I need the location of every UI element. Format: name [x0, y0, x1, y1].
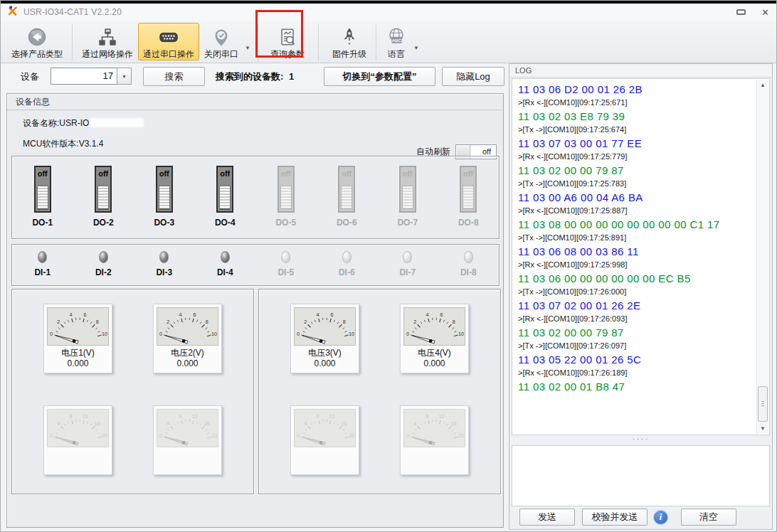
scroll-up-arrow[interactable]: ▲ [757, 80, 768, 90]
toolbar-button-serial-mode[interactable]: 通过串口操作 [138, 23, 199, 60]
do-switch[interactable]: off [95, 166, 112, 213]
svg-text:6: 6 [440, 312, 443, 318]
language-dropdown-arrow[interactable]: ▼ [413, 45, 419, 51]
disabled-gauge: 048121620 [153, 405, 222, 475]
svg-text:0: 0 [406, 432, 409, 438]
do-switch-handle[interactable] [37, 186, 48, 209]
search-button[interactable]: 搜索 [143, 67, 205, 86]
log-panel: LOG 11 03 06 D2 00 01 26 2B>[Rx <-][COM1… [509, 63, 773, 530]
found-devices-label: 搜索到的设备数: [216, 71, 283, 82]
di-channel: DI-2 [73, 245, 134, 285]
send-input[interactable] [512, 445, 770, 506]
mcu-version-text: MCU软件版本:V3.1.4 [23, 138, 103, 150]
toolbar-button-select-product[interactable]: 选择产品类型 [6, 23, 68, 60]
verify-send-button[interactable]: 校验并发送 [582, 509, 648, 526]
di-led-icon [159, 251, 169, 263]
device-id-value[interactable]: 17 [51, 68, 117, 85]
close-serial-dropdown-arrow[interactable]: ▼ [245, 45, 250, 51]
di-channel: DI-8 [438, 245, 500, 285]
close-button[interactable]: ✕ [761, 8, 769, 17]
window-title: USR-IO34-CAT1 V2.2.20 [23, 7, 122, 17]
gauge-label: 电压3(V) [294, 348, 356, 358]
do-switch-handle[interactable] [219, 186, 231, 209]
gauge-text [47, 447, 109, 473]
gauge-label: 电压1(V) [47, 348, 109, 358]
svg-text:16: 16 [451, 420, 457, 427]
send-button[interactable]: 发送 [519, 509, 575, 526]
svg-text:2: 2 [413, 319, 416, 325]
do-channel: offDO-4 [195, 156, 256, 238]
svg-text:6: 6 [193, 312, 196, 318]
svg-text:20: 20 [458, 432, 464, 438]
di-led-icon [99, 251, 108, 263]
di-label: DI-5 [278, 267, 294, 277]
toolbar-button-close-serial[interactable]: 关闭串口 [199, 23, 243, 60]
info-icon[interactable]: i [653, 510, 668, 525]
gauge-dial: 0246810 [403, 307, 465, 346]
gauge-dial: 048121620 [294, 409, 356, 447]
screenshot-top-border [1, 1, 776, 4]
do-state-text: off [279, 169, 293, 178]
back-icon [26, 25, 48, 49]
switch-to-param-config-button[interactable]: 切换到“参数配置” [324, 67, 435, 86]
log-scrollbar[interactable]: ▲ ▼ [756, 80, 768, 434]
log-hex-line: 11 03 00 A6 00 04 A6 BA [518, 190, 756, 205]
gauge-text [403, 447, 465, 473]
minimize-button[interactable] [736, 9, 746, 15]
svg-text:8: 8 [453, 319, 455, 325]
scrollbar-thumb[interactable] [758, 386, 768, 422]
do-label: DO-7 [397, 218, 418, 228]
do-switch: off [338, 166, 355, 213]
toolbar-button-firmware-upgrade[interactable]: 固件升级 [327, 23, 371, 60]
splitter-handle[interactable]: ···· [509, 436, 772, 445]
serial-port-icon [158, 25, 179, 49]
hide-log-button[interactable]: 隐藏Log [442, 67, 504, 86]
gauge-panel-right: 0246810电压3(V)0.0000246810电压4(V)0.0000481… [258, 289, 501, 494]
do-switch[interactable]: off [34, 166, 51, 213]
toolbar-button-language[interactable]: ABC 语言 [381, 23, 412, 60]
di-label: DI-2 [95, 267, 112, 277]
svg-text:12: 12 [329, 413, 334, 420]
do-panel: offDO-1offDO-2offDO-3offDO-4offDO-5offDO… [11, 156, 500, 239]
do-label: DO-2 [93, 218, 114, 228]
svg-text:4: 4 [70, 312, 73, 318]
log-meta-line: >[Tx ->][COM10][09:17:25:674] [518, 124, 756, 136]
toolbar-button-query-params[interactable]: 查询参数 [265, 23, 310, 60]
do-label: DO-3 [154, 218, 174, 228]
svg-text:8: 8 [426, 413, 429, 420]
voltage-gauge: 0246810电压2(V)0.000 [153, 304, 222, 373]
svg-text:6: 6 [330, 312, 333, 318]
scroll-down-arrow[interactable]: ▼ [757, 423, 768, 434]
gauge-dial: 048121620 [157, 409, 218, 447]
do-switch-handle[interactable] [97, 186, 109, 209]
device-id-combobox[interactable]: 17 ▼ [51, 68, 132, 85]
device-name-label: 设备名称:USR-IO [23, 118, 89, 128]
chevron-down-icon[interactable]: ▼ [117, 68, 132, 85]
do-label: DO-4 [215, 218, 236, 228]
gauge-dial: 048121620 [47, 409, 109, 447]
svg-text:12: 12 [191, 413, 197, 420]
device-info-groupbox: 设备信息 设备名称:USR-IO MCU软件版本:V3.1.4 自动刷新 off… [6, 93, 504, 528]
do-switch-handle[interactable] [159, 186, 170, 209]
log-hex-line: 11 03 07 03 00 01 77 EE [518, 136, 756, 151]
do-switch[interactable]: off [156, 166, 173, 213]
voltage-gauge: 0246810电压1(V)0.000 [43, 304, 112, 373]
found-devices-text: 搜索到的设备数: 1 [216, 70, 294, 83]
voltage-gauge: 0246810电压3(V)0.000 [290, 304, 359, 373]
log-hex-line: 11 03 06 D2 00 01 26 2B [518, 82, 756, 97]
clear-button[interactable]: 清空 [681, 509, 736, 526]
device-label: 设备 [21, 70, 39, 83]
di-label: DI-6 [339, 267, 355, 277]
log-hex-line: 11 03 02 00 00 79 87 [518, 325, 756, 340]
di-led-icon [281, 251, 290, 263]
disabled-gauge: 048121620 [400, 405, 469, 475]
do-switch[interactable]: off [216, 166, 233, 213]
do-switch: off [460, 166, 477, 213]
gauge-dial: 0246810 [47, 307, 109, 346]
svg-text:4: 4 [179, 312, 182, 318]
device-info-title: 设备信息 [7, 94, 503, 110]
toolbar-separator [258, 24, 258, 61]
query-params-icon [277, 25, 298, 49]
toolbar-button-network-mode[interactable]: 通过网络操作 [77, 23, 138, 60]
svg-text:8: 8 [179, 413, 182, 420]
